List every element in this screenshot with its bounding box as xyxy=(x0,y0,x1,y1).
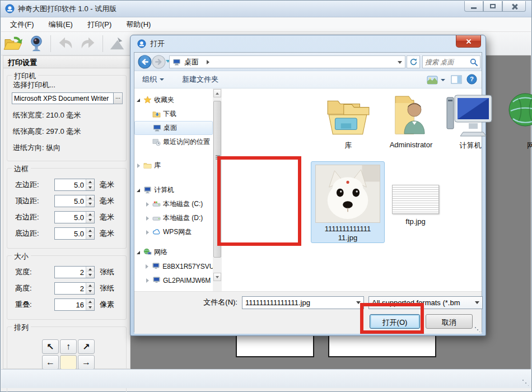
back-button[interactable] xyxy=(138,55,152,71)
menu-file[interactable]: 文件(F) xyxy=(4,17,40,32)
width-stepper[interactable]: 2 xyxy=(54,266,95,278)
left-margin-stepper[interactable]: 5.0 xyxy=(54,179,95,191)
tree-item-desktop[interactable]: 桌面 xyxy=(134,121,213,135)
height-stepper[interactable]: 2 xyxy=(54,282,95,295)
printer-group: 打印机 选择打印机... Microsoft XPS Document Writ… xyxy=(7,75,127,161)
close-icon xyxy=(511,3,517,10)
maximize-button[interactable] xyxy=(483,1,502,12)
tree-item-wps-cloud[interactable]: WPS网盘 xyxy=(134,225,213,239)
views-button[interactable] xyxy=(426,74,446,86)
paper-height-row: 纸张高度: 297.0 毫米 xyxy=(13,127,124,137)
navigation-bar: 桌面 xyxy=(134,53,482,71)
arrange-up-left-button[interactable]: ↖ xyxy=(42,339,59,354)
tree-item-recent-places[interactable]: 最近访问的位置 xyxy=(134,135,213,149)
tree-item-network-pc-1[interactable]: E8BX1R57YSVU xyxy=(134,259,213,273)
bottom-margin-stepper[interactable]: 5.0 xyxy=(54,227,95,240)
search-icon[interactable] xyxy=(469,58,478,69)
scroll-down-button[interactable] xyxy=(213,273,221,281)
breadcrumb-arrow-icon[interactable] xyxy=(207,60,209,64)
tree-item-network-pc-2[interactable]: GL2PAIMJW6M xyxy=(134,273,213,287)
menu-edit[interactable]: 编辑(E) xyxy=(43,17,78,32)
tree-item-network[interactable]: 网络 xyxy=(134,245,213,259)
minimize-button[interactable] xyxy=(464,1,483,12)
dialog-title: 打开 xyxy=(150,39,165,49)
tree-item-drive-d[interactable]: 本地磁盘 (D:) xyxy=(134,211,213,225)
dialog-close-button[interactable] xyxy=(456,35,481,48)
spin-up[interactable] xyxy=(86,267,94,272)
redo-button[interactable] xyxy=(77,34,100,54)
address-dropdown-icon[interactable] xyxy=(398,61,402,64)
spin-down[interactable] xyxy=(86,272,94,278)
file-item-network[interactable]: 网络 xyxy=(505,92,532,151)
spin-down[interactable] xyxy=(86,217,94,223)
file-item-ftp[interactable]: ftp.jpg xyxy=(388,185,444,226)
top-margin-stepper[interactable]: 5.0 xyxy=(54,195,95,207)
computer-large-icon xyxy=(442,92,498,139)
arrange-right-button[interactable]: → xyxy=(78,355,95,370)
annotation-rect-selected-image xyxy=(217,156,301,246)
spin-up[interactable] xyxy=(86,299,94,305)
rotate-button[interactable] xyxy=(105,34,129,54)
tree-item-computer[interactable]: 计算机 xyxy=(134,183,213,197)
select-printer-link[interactable]: 选择打印机... xyxy=(13,80,124,90)
menu-help[interactable]: 帮助(H) xyxy=(120,17,156,32)
spin-down[interactable] xyxy=(86,288,94,294)
overlap-stepper[interactable]: 16 xyxy=(54,298,95,311)
forward-button[interactable] xyxy=(152,55,166,71)
camera-capture-button[interactable] xyxy=(25,34,48,54)
resize-grip[interactable] xyxy=(522,379,529,386)
close-button[interactable] xyxy=(502,1,526,12)
spin-down[interactable] xyxy=(86,185,94,190)
tree-item-downloads[interactable]: 下载 xyxy=(134,107,213,121)
spin-down[interactable] xyxy=(86,201,94,207)
expander-closed-icon[interactable] xyxy=(144,216,150,221)
expander-closed-icon[interactable] xyxy=(144,230,150,235)
tree-item-favorites[interactable]: 收藏夹 xyxy=(134,93,213,107)
expander-closed-icon[interactable] xyxy=(144,278,150,283)
cancel-button[interactable]: 取消 xyxy=(426,314,473,329)
open-image-button[interactable] xyxy=(1,34,25,54)
expander-open-icon[interactable] xyxy=(136,189,141,192)
spin-up[interactable] xyxy=(86,283,94,288)
help-button[interactable]: ? xyxy=(466,74,477,86)
file-item-libraries[interactable]: 库 xyxy=(320,93,376,151)
dialog-resize-grip[interactable] xyxy=(474,326,480,332)
arrange-center-button[interactable] xyxy=(60,355,77,370)
filename-combobox[interactable]: 111111111111111.jpg xyxy=(242,296,364,309)
spin-up[interactable] xyxy=(86,228,94,234)
address-bar[interactable]: 桌面 xyxy=(169,55,405,68)
file-item-dog-image[interactable]: 1111111111111 11.jpg xyxy=(311,161,385,243)
file-item-administrator[interactable]: Administrator xyxy=(382,92,440,149)
preview-pane-button[interactable] xyxy=(451,75,462,86)
tree-item-drive-c[interactable]: 本地磁盘 (C:) xyxy=(134,197,213,211)
menu-print[interactable]: 打印(P) xyxy=(82,17,117,32)
printer-browse-button[interactable]: ... xyxy=(114,92,123,104)
breadcrumb-location[interactable]: 桌面 xyxy=(184,57,199,67)
arrange-up-right-button[interactable]: ↗ xyxy=(78,339,95,354)
search-input[interactable] xyxy=(425,57,469,67)
tree-item-libraries[interactable]: 库 xyxy=(134,158,213,172)
spin-down[interactable] xyxy=(86,234,94,239)
expander-closed-icon[interactable] xyxy=(144,264,150,269)
search-box xyxy=(422,55,480,68)
printer-name-field[interactable]: Microsoft XPS Document Writer xyxy=(12,92,114,104)
spin-up[interactable] xyxy=(86,179,94,185)
undo-button[interactable] xyxy=(53,34,77,54)
width-row: 宽度: 2 张纸 xyxy=(15,266,124,278)
organize-button[interactable]: 组织 xyxy=(138,72,169,87)
chevron-down-icon[interactable] xyxy=(475,301,479,304)
spin-up[interactable] xyxy=(86,195,94,201)
arrange-left-button[interactable]: ← xyxy=(42,355,59,370)
right-margin-stepper[interactable]: 5.0 xyxy=(54,211,95,223)
expander-open-icon[interactable] xyxy=(136,251,141,254)
spin-up[interactable] xyxy=(86,212,94,217)
spin-down[interactable] xyxy=(86,305,94,310)
expander-closed-icon[interactable] xyxy=(144,202,150,207)
expander-closed-icon[interactable] xyxy=(136,164,141,168)
refresh-button[interactable] xyxy=(407,55,420,68)
arrange-up-button[interactable]: ↑ xyxy=(60,339,77,354)
scroll-up-button[interactable] xyxy=(213,89,221,97)
expander-open-icon[interactable] xyxy=(136,99,141,102)
file-item-computer[interactable]: 计算机 xyxy=(442,92,498,151)
new-folder-button[interactable]: 新建文件夹 xyxy=(178,72,223,87)
